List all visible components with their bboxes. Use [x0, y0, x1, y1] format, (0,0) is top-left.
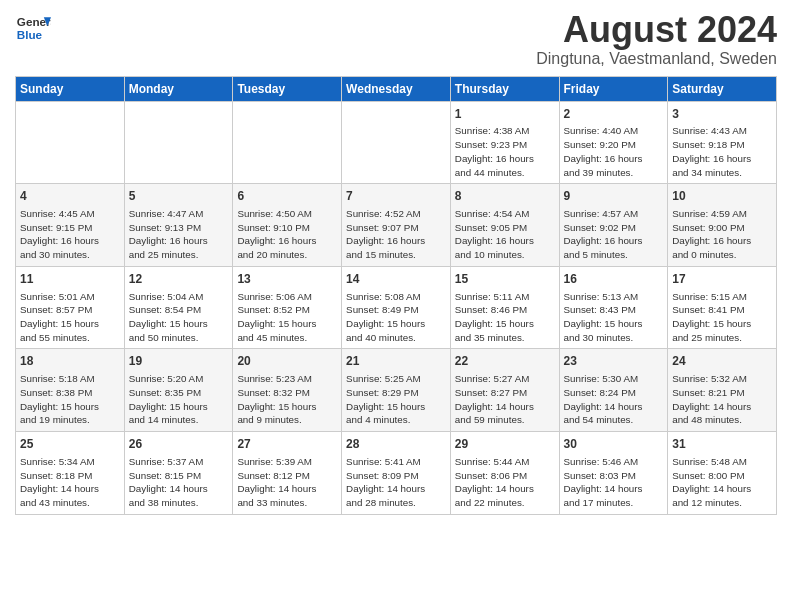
day-info: Sunrise: 4:57 AM Sunset: 9:02 PM Dayligh… [564, 207, 664, 262]
day-number: 11 [20, 271, 120, 288]
calendar-week-2: 4Sunrise: 4:45 AM Sunset: 9:15 PM Daylig… [16, 184, 777, 267]
calendar-cell: 6Sunrise: 4:50 AM Sunset: 9:10 PM Daylig… [233, 184, 342, 267]
logo-icon: General Blue [15, 10, 51, 46]
calendar-cell: 8Sunrise: 4:54 AM Sunset: 9:05 PM Daylig… [450, 184, 559, 267]
calendar-week-1: 1Sunrise: 4:38 AM Sunset: 9:23 PM Daylig… [16, 101, 777, 184]
day-info: Sunrise: 4:47 AM Sunset: 9:13 PM Dayligh… [129, 207, 229, 262]
calendar-cell: 28Sunrise: 5:41 AM Sunset: 8:09 PM Dayli… [342, 432, 451, 515]
weekday-header-sunday: Sunday [16, 76, 125, 101]
calendar-table: SundayMondayTuesdayWednesdayThursdayFrid… [15, 76, 777, 515]
day-number: 31 [672, 436, 772, 453]
day-number: 23 [564, 353, 664, 370]
day-info: Sunrise: 5:44 AM Sunset: 8:06 PM Dayligh… [455, 455, 555, 510]
weekday-header-tuesday: Tuesday [233, 76, 342, 101]
calendar-cell: 3Sunrise: 4:43 AM Sunset: 9:18 PM Daylig… [668, 101, 777, 184]
day-info: Sunrise: 5:46 AM Sunset: 8:03 PM Dayligh… [564, 455, 664, 510]
day-info: Sunrise: 5:01 AM Sunset: 8:57 PM Dayligh… [20, 290, 120, 345]
day-number: 6 [237, 188, 337, 205]
calendar-header-row: SundayMondayTuesdayWednesdayThursdayFrid… [16, 76, 777, 101]
calendar-cell: 14Sunrise: 5:08 AM Sunset: 8:49 PM Dayli… [342, 266, 451, 349]
calendar-cell: 2Sunrise: 4:40 AM Sunset: 9:20 PM Daylig… [559, 101, 668, 184]
day-number: 30 [564, 436, 664, 453]
day-info: Sunrise: 4:38 AM Sunset: 9:23 PM Dayligh… [455, 124, 555, 179]
day-number: 1 [455, 106, 555, 123]
day-info: Sunrise: 4:59 AM Sunset: 9:00 PM Dayligh… [672, 207, 772, 262]
calendar-cell: 26Sunrise: 5:37 AM Sunset: 8:15 PM Dayli… [124, 432, 233, 515]
calendar-cell: 20Sunrise: 5:23 AM Sunset: 8:32 PM Dayli… [233, 349, 342, 432]
logo: General Blue [15, 10, 51, 46]
day-info: Sunrise: 5:25 AM Sunset: 8:29 PM Dayligh… [346, 372, 446, 427]
calendar-cell: 5Sunrise: 4:47 AM Sunset: 9:13 PM Daylig… [124, 184, 233, 267]
weekday-header-monday: Monday [124, 76, 233, 101]
weekday-header-saturday: Saturday [668, 76, 777, 101]
calendar-cell [342, 101, 451, 184]
weekday-header-friday: Friday [559, 76, 668, 101]
day-number: 18 [20, 353, 120, 370]
day-info: Sunrise: 5:08 AM Sunset: 8:49 PM Dayligh… [346, 290, 446, 345]
day-number: 17 [672, 271, 772, 288]
day-info: Sunrise: 5:20 AM Sunset: 8:35 PM Dayligh… [129, 372, 229, 427]
calendar-cell: 4Sunrise: 4:45 AM Sunset: 9:15 PM Daylig… [16, 184, 125, 267]
calendar-cell: 30Sunrise: 5:46 AM Sunset: 8:03 PM Dayli… [559, 432, 668, 515]
day-info: Sunrise: 4:50 AM Sunset: 9:10 PM Dayligh… [237, 207, 337, 262]
day-number: 16 [564, 271, 664, 288]
day-info: Sunrise: 4:40 AM Sunset: 9:20 PM Dayligh… [564, 124, 664, 179]
calendar-cell: 22Sunrise: 5:27 AM Sunset: 8:27 PM Dayli… [450, 349, 559, 432]
day-info: Sunrise: 5:27 AM Sunset: 8:27 PM Dayligh… [455, 372, 555, 427]
day-info: Sunrise: 5:34 AM Sunset: 8:18 PM Dayligh… [20, 455, 120, 510]
day-info: Sunrise: 5:30 AM Sunset: 8:24 PM Dayligh… [564, 372, 664, 427]
day-info: Sunrise: 5:11 AM Sunset: 8:46 PM Dayligh… [455, 290, 555, 345]
day-number: 8 [455, 188, 555, 205]
day-number: 28 [346, 436, 446, 453]
svg-text:Blue: Blue [17, 28, 43, 41]
day-number: 3 [672, 106, 772, 123]
day-number: 4 [20, 188, 120, 205]
weekday-header-wednesday: Wednesday [342, 76, 451, 101]
day-info: Sunrise: 5:39 AM Sunset: 8:12 PM Dayligh… [237, 455, 337, 510]
day-info: Sunrise: 4:45 AM Sunset: 9:15 PM Dayligh… [20, 207, 120, 262]
page-title: August 2024 [536, 10, 777, 50]
calendar-cell: 29Sunrise: 5:44 AM Sunset: 8:06 PM Dayli… [450, 432, 559, 515]
page-header: General Blue August 2024 Dingtuna, Vaest… [15, 10, 777, 68]
calendar-cell: 10Sunrise: 4:59 AM Sunset: 9:00 PM Dayli… [668, 184, 777, 267]
day-info: Sunrise: 5:23 AM Sunset: 8:32 PM Dayligh… [237, 372, 337, 427]
day-number: 15 [455, 271, 555, 288]
day-info: Sunrise: 5:18 AM Sunset: 8:38 PM Dayligh… [20, 372, 120, 427]
day-number: 27 [237, 436, 337, 453]
calendar-cell: 13Sunrise: 5:06 AM Sunset: 8:52 PM Dayli… [233, 266, 342, 349]
day-number: 2 [564, 106, 664, 123]
calendar-cell [16, 101, 125, 184]
day-number: 20 [237, 353, 337, 370]
day-info: Sunrise: 4:43 AM Sunset: 9:18 PM Dayligh… [672, 124, 772, 179]
calendar-cell [124, 101, 233, 184]
day-info: Sunrise: 4:52 AM Sunset: 9:07 PM Dayligh… [346, 207, 446, 262]
calendar-cell: 16Sunrise: 5:13 AM Sunset: 8:43 PM Dayli… [559, 266, 668, 349]
calendar-cell: 23Sunrise: 5:30 AM Sunset: 8:24 PM Dayli… [559, 349, 668, 432]
day-number: 26 [129, 436, 229, 453]
calendar-cell: 15Sunrise: 5:11 AM Sunset: 8:46 PM Dayli… [450, 266, 559, 349]
day-info: Sunrise: 5:04 AM Sunset: 8:54 PM Dayligh… [129, 290, 229, 345]
day-info: Sunrise: 5:37 AM Sunset: 8:15 PM Dayligh… [129, 455, 229, 510]
calendar-cell: 17Sunrise: 5:15 AM Sunset: 8:41 PM Dayli… [668, 266, 777, 349]
day-info: Sunrise: 5:15 AM Sunset: 8:41 PM Dayligh… [672, 290, 772, 345]
day-number: 9 [564, 188, 664, 205]
day-info: Sunrise: 5:32 AM Sunset: 8:21 PM Dayligh… [672, 372, 772, 427]
weekday-header-thursday: Thursday [450, 76, 559, 101]
calendar-cell: 27Sunrise: 5:39 AM Sunset: 8:12 PM Dayli… [233, 432, 342, 515]
calendar-cell: 21Sunrise: 5:25 AM Sunset: 8:29 PM Dayli… [342, 349, 451, 432]
day-number: 10 [672, 188, 772, 205]
day-number: 5 [129, 188, 229, 205]
calendar-cell [233, 101, 342, 184]
day-number: 21 [346, 353, 446, 370]
calendar-cell: 12Sunrise: 5:04 AM Sunset: 8:54 PM Dayli… [124, 266, 233, 349]
day-number: 22 [455, 353, 555, 370]
calendar-cell: 18Sunrise: 5:18 AM Sunset: 8:38 PM Dayli… [16, 349, 125, 432]
page-subtitle: Dingtuna, Vaestmanland, Sweden [536, 50, 777, 68]
day-number: 19 [129, 353, 229, 370]
day-number: 7 [346, 188, 446, 205]
calendar-cell: 9Sunrise: 4:57 AM Sunset: 9:02 PM Daylig… [559, 184, 668, 267]
day-number: 25 [20, 436, 120, 453]
day-number: 24 [672, 353, 772, 370]
calendar-cell: 25Sunrise: 5:34 AM Sunset: 8:18 PM Dayli… [16, 432, 125, 515]
day-number: 29 [455, 436, 555, 453]
